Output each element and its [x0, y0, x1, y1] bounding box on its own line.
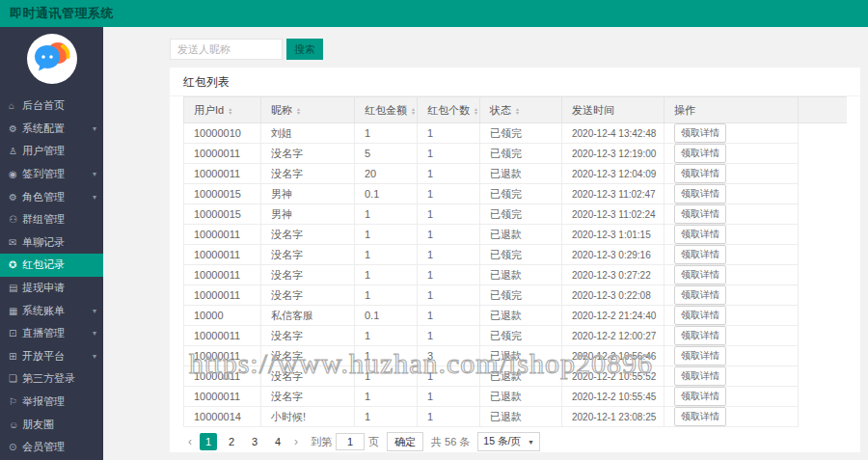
claim-detail-button[interactable]: 领取详情	[674, 164, 726, 183]
sidebar-menu: ⌂后台首页⚙系统配置▾♙用户管理◉签到管理▾⚙角色管理▾⚇群组管理✉单聊记录✪红…	[0, 95, 103, 459]
bill-icon: ▦	[9, 306, 22, 316]
filler-header	[799, 97, 848, 123]
time-cell: 2020-12-3 0:22:08	[562, 285, 665, 306]
sidebar-item-label: 单聊记录	[22, 235, 96, 250]
search-bar: 搜索	[170, 39, 860, 60]
user-id-cell: 10000011	[184, 164, 261, 184]
column-header: 操作	[665, 97, 799, 123]
claim-detail-button[interactable]: 领取详情	[674, 144, 726, 163]
sidebar-item-home[interactable]: ⌂后台首页	[0, 95, 103, 118]
sidebar-item-withdraw[interactable]: ▤提现申请	[0, 277, 103, 300]
amount-cell: 1	[355, 387, 418, 407]
sort-icon[interactable]: ▴▾	[229, 107, 231, 115]
column-header[interactable]: 红包金额▴▾	[355, 97, 418, 123]
column-header[interactable]: 状态▴▾	[480, 97, 562, 123]
time-cell: 2020-12-2 10:55:52	[562, 366, 665, 387]
claim-detail-button[interactable]: 领取详情	[674, 204, 726, 224]
sidebar-item-roles[interactable]: ⚙角色管理▾	[0, 185, 103, 208]
column-header[interactable]: 用户Id▴▾	[184, 97, 261, 123]
claim-detail-button[interactable]: 领取详情	[674, 265, 726, 284]
user-id-cell: 10000011	[184, 285, 261, 306]
table-row: 10000011没名字11已领完2020-12-2 12:00:27领取详情	[184, 326, 848, 346]
user-id-cell: 10000011	[184, 387, 261, 407]
column-header: 发送时间	[562, 97, 665, 123]
claim-detail-button[interactable]: 领取详情	[674, 285, 726, 305]
page-button-3[interactable]: 3	[246, 433, 263, 450]
sidebar-item-user[interactable]: ♙用户管理	[0, 140, 103, 163]
sidebar-item-moments[interactable]: ☺朋友圈	[0, 413, 103, 436]
page-button-4[interactable]: 4	[269, 433, 286, 450]
claim-detail-button[interactable]: 领取详情	[674, 245, 726, 264]
goto-label: 到第	[311, 435, 332, 449]
action-cell: 领取详情	[665, 245, 799, 265]
sidebar-item-live[interactable]: ⊡直播管理▾	[0, 322, 103, 345]
sidebar-item-platform[interactable]: ⊞开放平台▾	[0, 345, 103, 368]
sort-icon[interactable]: ▴▾	[475, 107, 477, 115]
panel-title: 红包列表	[170, 68, 860, 96]
filler-cell	[799, 225, 848, 245]
sidebar-item-chat[interactable]: ✉单聊记录	[0, 231, 103, 255]
nickname-cell: 没名字	[261, 245, 355, 265]
claim-detail-button[interactable]: 领取详情	[674, 387, 726, 406]
action-cell: 领取详情	[665, 387, 799, 407]
sort-icon[interactable]: ▴▾	[297, 107, 300, 115]
user-id-cell: 10000011	[184, 245, 261, 265]
sidebar-item-gear[interactable]: ⚙系统配置▾	[0, 118, 103, 141]
search-button[interactable]: 搜索	[286, 39, 323, 60]
page-button-1[interactable]: 1	[200, 433, 217, 450]
claim-detail-button[interactable]: 领取详情	[674, 306, 726, 325]
prev-page-button[interactable]: ‹	[183, 435, 197, 448]
sidebar-item-report[interactable]: ⚐举报管理	[0, 391, 103, 414]
sidebar-item-redpacket[interactable]: ✪红包记录	[0, 254, 103, 277]
thirdparty-icon: ❏	[9, 373, 22, 384]
status-cell: 已退款	[480, 387, 562, 407]
claim-detail-button[interactable]: 领取详情	[674, 346, 726, 365]
nickname-cell: 没名字	[261, 225, 355, 245]
filler-cell	[799, 184, 848, 204]
count-cell: 1	[418, 204, 480, 225]
amount-cell: 1	[355, 265, 418, 285]
nickname-cell: 男神	[261, 184, 355, 204]
page-size-select[interactable]: 15 条/页 ▼	[477, 432, 539, 451]
sidebar-item-label: 开放平台	[22, 349, 93, 364]
column-header[interactable]: 红包个数▴▾	[418, 97, 480, 123]
action-cell: 领取详情	[665, 326, 799, 346]
page-button-2[interactable]: 2	[223, 433, 240, 450]
goto-page-input[interactable]	[336, 433, 365, 450]
claim-detail-button[interactable]: 领取详情	[674, 225, 726, 244]
filler-cell	[799, 306, 848, 326]
claim-detail-button[interactable]: 领取详情	[674, 184, 726, 203]
amount-cell: 1	[355, 123, 418, 144]
column-header[interactable]: 昵称▴▾	[261, 97, 355, 123]
sidebar-item-member[interactable]: ⊙会员管理	[0, 436, 103, 459]
filler-cell	[799, 245, 848, 265]
claim-detail-button[interactable]: 领取详情	[674, 407, 726, 426]
filler-cell	[799, 164, 848, 184]
nickname-cell: 没名字	[261, 387, 355, 407]
status-cell: 已退款	[480, 225, 562, 245]
count-cell: 1	[418, 123, 480, 144]
nickname-cell: 私信客服	[261, 306, 355, 326]
sort-icon[interactable]: ▴▾	[412, 107, 415, 115]
table-row: 10000014小时候!11已退款2020-12-1 23:08:25领取详情	[184, 407, 848, 427]
sidebar-item-group[interactable]: ⚇群组管理	[0, 208, 103, 231]
user-id-cell: 10000015	[184, 184, 261, 204]
count-cell: 1	[418, 184, 480, 204]
claim-detail-button[interactable]: 领取详情	[674, 366, 726, 386]
count-cell: 1	[418, 306, 480, 326]
chevron-down-icon: ▾	[93, 329, 96, 338]
action-cell: 领取详情	[665, 225, 799, 245]
search-input[interactable]	[170, 39, 283, 60]
filler-cell	[799, 326, 848, 346]
claim-detail-button[interactable]: 领取详情	[674, 123, 726, 143]
status-cell: 已退款	[480, 366, 562, 387]
goto-confirm-button[interactable]: 确定	[387, 432, 423, 451]
sidebar-item-checkin[interactable]: ◉签到管理▾	[0, 163, 103, 186]
sort-icon[interactable]: ▴▾	[516, 107, 519, 115]
next-page-button[interactable]: ›	[289, 435, 303, 448]
sidebar-item-thirdparty[interactable]: ❏第三方登录	[0, 367, 103, 391]
table-row: 10000010刘姐11已领完2020-12-4 13:42:48领取详情	[184, 123, 848, 144]
time-cell: 2020-12-2 10:55:45	[562, 387, 665, 407]
claim-detail-button[interactable]: 领取详情	[674, 326, 726, 345]
sidebar-item-bill[interactable]: ▦系统账单▾	[0, 299, 103, 322]
